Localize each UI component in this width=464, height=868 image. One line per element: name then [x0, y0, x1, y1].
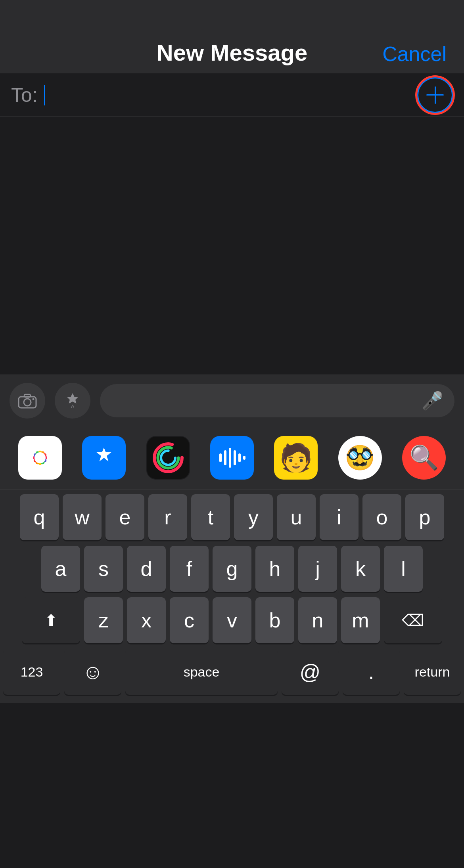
text-cursor [44, 85, 45, 105]
key-q[interactable]: q [20, 494, 59, 540]
svg-rect-26 [243, 456, 245, 460]
svg-rect-25 [238, 453, 241, 462]
key-i[interactable]: i [320, 494, 359, 540]
key-f[interactable]: f [170, 546, 209, 592]
return-key[interactable]: return [404, 649, 461, 695]
emoji-people-app-icon[interactable]: 🥸 [338, 436, 382, 480]
photos-app-icon[interactable] [18, 436, 62, 480]
memoji-app-icon[interactable]: 🧑 [274, 436, 318, 480]
key-w[interactable]: w [63, 494, 102, 540]
header: New Message Cancel [0, 0, 464, 73]
key-j[interactable]: j [298, 546, 337, 592]
keyboard-bottom-row: 123 ☺ space @ . return [3, 649, 461, 703]
svg-point-17 [35, 452, 46, 463]
svg-text:A: A [71, 403, 75, 409]
appstore-app-icon[interactable] [82, 436, 126, 480]
key-b[interactable]: b [255, 597, 294, 643]
message-toolbar: A 🎤 [0, 375, 464, 426]
keyboard: q w e r t y u i o p a s d f g h j k l ⬆ … [0, 489, 464, 703]
shift-key[interactable]: ⬆ [22, 597, 80, 643]
svg-point-1 [24, 399, 31, 406]
svg-rect-23 [229, 448, 231, 468]
at-key[interactable]: @ [282, 649, 339, 695]
app-icons-row: 🧑 🥸 🔍 [0, 426, 464, 489]
add-contact-button[interactable] [417, 77, 453, 113]
key-h[interactable]: h [255, 546, 294, 592]
key-s[interactable]: s [84, 546, 123, 592]
key-e[interactable]: e [105, 494, 144, 540]
mic-icon: 🎤 [422, 390, 443, 411]
svg-point-20 [161, 451, 175, 465]
key-k[interactable]: k [341, 546, 380, 592]
message-body[interactable] [0, 117, 464, 375]
key-g[interactable]: g [213, 546, 251, 592]
numbers-key[interactable]: 123 [3, 649, 60, 695]
space-key[interactable]: space [125, 649, 278, 695]
sound-app-icon[interactable] [210, 436, 254, 480]
keyboard-row-3: ⬆ z x c v b n m ⌫ [3, 597, 461, 643]
svg-rect-21 [219, 453, 222, 462]
emoji-people-icon: 🥸 [345, 444, 375, 472]
fitness-rings-icon [152, 442, 184, 474]
fitness-app-icon[interactable] [146, 436, 190, 480]
key-p[interactable]: p [405, 494, 444, 540]
emoji-key[interactable]: ☺ [64, 649, 121, 695]
key-x[interactable]: x [127, 597, 166, 643]
svg-rect-2 [24, 394, 31, 397]
svg-rect-22 [224, 450, 226, 465]
delete-key[interactable]: ⌫ [384, 597, 442, 643]
dot-key[interactable]: . [343, 649, 400, 695]
key-d[interactable]: d [127, 546, 166, 592]
key-y[interactable]: y [234, 494, 273, 540]
key-u[interactable]: u [277, 494, 316, 540]
world-search-app-icon[interactable]: 🔍 [402, 436, 446, 480]
sound-waves-icon [217, 448, 247, 468]
message-input-bar[interactable]: 🎤 [100, 384, 454, 417]
svg-rect-24 [234, 450, 236, 465]
svg-point-3 [33, 398, 35, 400]
camera-button[interactable] [10, 383, 45, 419]
key-t[interactable]: t [191, 494, 230, 540]
memoji-face-icon: 🧑 [279, 442, 313, 474]
appstore-icon: A [62, 390, 83, 411]
shift-icon: ⬆ [44, 611, 58, 629]
world-search-icon: 🔍 [409, 444, 439, 472]
key-o[interactable]: o [362, 494, 401, 540]
key-c[interactable]: c [170, 597, 209, 643]
key-z[interactable]: z [84, 597, 123, 643]
cancel-button[interactable]: Cancel [382, 42, 447, 66]
page-title: New Message [157, 39, 307, 66]
to-label: To: [11, 84, 38, 107]
key-l[interactable]: l [384, 546, 423, 592]
key-m[interactable]: m [341, 597, 380, 643]
appstore-badge-icon [90, 444, 118, 472]
keyboard-row-1: q w e r t y u i o p [3, 494, 461, 540]
delete-icon: ⌫ [402, 611, 424, 629]
key-a[interactable]: a [41, 546, 80, 592]
key-n[interactable]: n [298, 597, 337, 643]
photos-icon [25, 443, 55, 473]
to-field: To: [0, 73, 464, 117]
keyboard-row-2: a s d f g h j k l [3, 546, 461, 592]
key-v[interactable]: v [213, 597, 251, 643]
key-r[interactable]: r [148, 494, 187, 540]
appstore-button[interactable]: A [55, 383, 90, 419]
camera-icon [18, 393, 37, 409]
